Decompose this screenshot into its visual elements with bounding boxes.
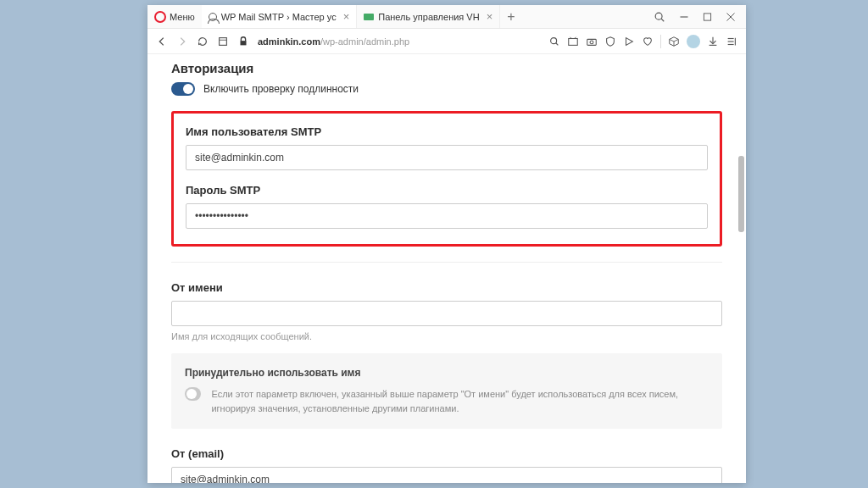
tab-vh-panel[interactable]: Панель управления VH × xyxy=(357,5,500,28)
svg-rect-3 xyxy=(704,13,710,19)
svg-line-1 xyxy=(661,19,664,21)
menu-icon[interactable] xyxy=(726,36,737,47)
url-display[interactable]: adminkin.com/wp-admin/admin.php xyxy=(258,36,540,47)
heart-icon[interactable] xyxy=(642,36,654,47)
back-button[interactable] xyxy=(156,36,168,47)
search-icon[interactable] xyxy=(548,36,560,47)
avatar-icon[interactable] xyxy=(687,35,700,48)
page-content: Авторизация Включить проверку подлинност… xyxy=(147,54,746,483)
url-host: adminkin.com xyxy=(258,36,320,47)
auth-toggle-label: Включить проверку подлинности xyxy=(203,83,359,95)
opera-menu-button[interactable]: Меню xyxy=(147,5,202,28)
toolbar-icons xyxy=(548,35,737,48)
close-icon[interactable]: × xyxy=(343,10,350,23)
tab-title: WP Mail SMTP › Мастер ус xyxy=(221,12,337,22)
mail-icon xyxy=(364,14,374,20)
auth-toggle[interactable] xyxy=(171,82,195,96)
screenshot-icon[interactable] xyxy=(567,36,579,47)
divider xyxy=(171,262,722,263)
svg-point-0 xyxy=(655,13,662,19)
maximize-icon[interactable] xyxy=(703,10,712,24)
svg-point-15 xyxy=(590,40,593,43)
smtp-user-input[interactable] xyxy=(186,145,708,170)
new-tab-button[interactable]: + xyxy=(500,9,521,25)
from-name-input[interactable] xyxy=(171,301,722,326)
smtp-user-label: Имя пользователя SMTP xyxy=(186,125,708,138)
opera-icon xyxy=(154,11,166,23)
svg-marker-16 xyxy=(626,37,633,45)
from-name-help: Имя для исходящих сообщений. xyxy=(171,331,722,341)
search-icon[interactable] xyxy=(654,10,665,24)
minimize-icon[interactable] xyxy=(679,10,689,24)
svg-line-19 xyxy=(674,39,678,42)
titlebar: Меню WP Mail SMTP › Мастер ус × Панель у… xyxy=(147,5,746,29)
home-button[interactable] xyxy=(217,36,229,47)
svg-rect-8 xyxy=(241,41,247,45)
force-name-text: Если этот параметр включен, указанный вы… xyxy=(211,387,709,415)
svg-point-9 xyxy=(551,37,557,43)
from-email-input[interactable] xyxy=(171,467,722,483)
svg-rect-14 xyxy=(587,39,597,45)
address-bar: adminkin.com/wp-admin/admin.php xyxy=(147,29,746,54)
auth-title: Авторизация xyxy=(171,61,722,75)
smtp-pass-input[interactable] xyxy=(186,203,708,229)
force-name-title: Принудительно использовать имя xyxy=(185,367,709,379)
url-path: /wp-admin/admin.php xyxy=(320,36,409,47)
close-window-icon[interactable] xyxy=(726,10,736,24)
tab-wp-mail[interactable]: WP Mail SMTP › Мастер ус × xyxy=(202,5,358,28)
window-controls xyxy=(643,10,746,24)
from-email-label: От (email) xyxy=(171,447,722,460)
svg-rect-6 xyxy=(220,37,227,45)
download-icon[interactable] xyxy=(707,36,719,47)
smtp-pass-label: Пароль SMTP xyxy=(186,184,708,197)
svg-line-18 xyxy=(670,39,674,42)
lock-icon xyxy=(237,36,249,47)
force-name-box: Принудительно использовать имя Если этот… xyxy=(171,353,722,429)
from-name-label: От имени xyxy=(171,281,722,294)
svg-line-10 xyxy=(556,42,559,45)
force-name-toggle[interactable] xyxy=(185,387,201,401)
divider xyxy=(660,35,661,48)
browser-window: Меню WP Mail SMTP › Мастер ус × Панель у… xyxy=(147,5,746,483)
forward-button[interactable] xyxy=(176,36,188,47)
play-icon[interactable] xyxy=(623,36,635,47)
tab-title: Панель управления VH xyxy=(378,12,479,22)
scrollbar[interactable] xyxy=(738,156,744,232)
camera-icon[interactable] xyxy=(586,36,598,47)
opera-menu-label: Меню xyxy=(170,12,195,22)
cube-icon[interactable] xyxy=(668,36,680,47)
shield-icon[interactable] xyxy=(604,36,616,47)
svg-rect-11 xyxy=(569,38,578,45)
user-icon xyxy=(209,13,217,21)
highlighted-box: Имя пользователя SMTP Пароль SMTP xyxy=(171,111,722,247)
reload-button[interactable] xyxy=(197,36,209,47)
close-icon[interactable]: × xyxy=(487,10,493,23)
